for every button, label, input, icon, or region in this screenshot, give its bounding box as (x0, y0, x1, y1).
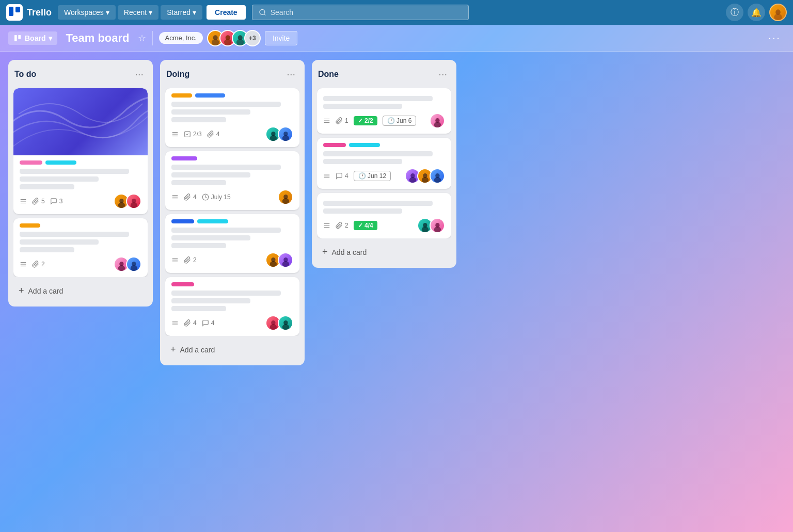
svg-point-47 (269, 261, 276, 267)
workspace-chip[interactable]: Acme, Inc. (159, 32, 203, 44)
card-member[interactable] (278, 126, 293, 142)
card[interactable]: 4🕐 Jun 12 (317, 138, 451, 189)
card-text-line (171, 228, 281, 233)
card-member[interactable] (278, 189, 293, 205)
card-footer: 2 (171, 252, 293, 268)
badge-outline: 🕐 Jun 6 (383, 116, 417, 126)
board-header: Board ▾ Team board ☆ Acme, Inc. +3 Invit… (0, 25, 793, 52)
info-button[interactable]: ⓘ (726, 4, 743, 21)
card-labels (20, 223, 141, 228)
board-title: Team board (61, 31, 133, 45)
badge-green: ✓ 4/4 (354, 221, 377, 230)
add-card-button[interactable]: + Add a card (165, 340, 299, 359)
column-doing: Doing ··· 2/344July 15244 + Add a card (160, 60, 305, 365)
card-meta-item: 4 (184, 194, 197, 201)
card[interactable]: 2/34 (165, 88, 299, 147)
svg-rect-8 (18, 35, 21, 39)
svg-point-6 (774, 14, 782, 20)
add-card-button[interactable]: + Add a card (13, 281, 148, 300)
card[interactable]: 2 (165, 214, 299, 273)
svg-point-19 (118, 202, 124, 208)
card-label (171, 93, 192, 98)
card-meta-description (323, 117, 330, 124)
card-meta-description (323, 172, 330, 180)
search-bar[interactable] (252, 5, 469, 20)
member-avatars: +3 (207, 30, 261, 46)
card-text-line (20, 239, 99, 245)
card-meta-description (171, 319, 179, 327)
card-meta-item: 4 (184, 319, 197, 327)
card-text-line (171, 291, 281, 296)
card-body: 4🕐 Jun 12 (317, 138, 451, 189)
card-meta-item: 4 (202, 319, 215, 327)
workspaces-menu[interactable]: Workspaces ▾ (58, 5, 116, 20)
card[interactable]: 53 (13, 88, 148, 214)
add-icon: + (19, 285, 24, 296)
svg-rect-1 (9, 7, 13, 16)
card[interactable]: 44 (165, 277, 299, 336)
column-title: Doing (166, 70, 189, 79)
card-member[interactable] (430, 168, 445, 184)
card-footer: 2✓ 4/4 (323, 218, 445, 233)
add-card-button[interactable]: + Add a card (317, 243, 451, 262)
card-text-line (323, 201, 433, 206)
card-meta-item: 2 (336, 222, 348, 229)
board-view-button[interactable]: Board ▾ (8, 31, 57, 45)
top-navigation: Trello Workspaces ▾ Recent ▾ Starred ▾ C… (0, 0, 793, 25)
column-header: Done ··· (317, 66, 451, 84)
card[interactable]: 2 (13, 218, 148, 277)
card[interactable]: 4July 15 (165, 151, 299, 210)
card-meta-description (20, 198, 27, 205)
recent-menu[interactable]: Recent ▾ (118, 5, 158, 20)
column-menu-button[interactable]: ··· (435, 67, 450, 81)
card-meta-item: 4 (207, 131, 220, 138)
card-meta-description (171, 131, 179, 138)
svg-point-36 (282, 135, 289, 141)
card-label (171, 219, 194, 223)
star-button[interactable]: ☆ (138, 33, 146, 44)
trello-logo[interactable]: Trello (6, 4, 52, 21)
card-member[interactable] (430, 113, 445, 128)
brand-name: Trello (27, 7, 52, 18)
starred-menu[interactable]: Starred ▾ (161, 5, 202, 20)
card[interactable]: 2✓ 4/4 (317, 193, 451, 238)
column-header: Doing ··· (165, 66, 299, 84)
column-menu-button[interactable]: ··· (132, 67, 147, 81)
cards-list: 1✓ 2/2🕐 Jun 64🕐 Jun 122✓ 4/4 (317, 88, 451, 238)
column-title: To do (14, 70, 36, 79)
card-member[interactable] (430, 218, 445, 233)
card-text-line (20, 232, 129, 237)
card-labels (171, 93, 293, 98)
card-labels (171, 219, 293, 223)
search-input[interactable] (271, 8, 462, 17)
card[interactable]: 1✓ 2/2🕐 Jun 6 (317, 88, 451, 134)
more-members-badge[interactable]: +3 (244, 30, 261, 46)
card-label (20, 223, 40, 228)
card-body: 1✓ 2/2🕐 Jun 6 (317, 88, 451, 134)
card-text-line (20, 169, 129, 174)
card-text-line (323, 96, 433, 101)
search-icon (259, 8, 266, 17)
topnav-right: ⓘ 🔔 (726, 4, 787, 21)
card-labels (171, 282, 293, 286)
user-avatar[interactable] (769, 4, 787, 21)
column-todo: To do ··· 532 + Add a card (8, 60, 153, 307)
card-footer: 4🕐 Jun 12 (323, 168, 445, 184)
card-text-line (171, 243, 226, 248)
card-text-line (171, 180, 226, 185)
card-member[interactable] (278, 315, 293, 331)
card-member[interactable] (126, 256, 141, 272)
card-label (45, 160, 76, 165)
invite-button[interactable]: Invite (265, 31, 297, 45)
card-member[interactable] (278, 252, 293, 268)
card-members (430, 113, 445, 128)
card-member[interactable] (126, 194, 141, 209)
svg-point-28 (130, 265, 137, 271)
create-button[interactable]: Create (207, 5, 246, 20)
board-more-button[interactable]: ··· (764, 29, 785, 47)
column-menu-button[interactable]: ··· (283, 67, 298, 81)
card-body: 2✓ 4/4 (317, 193, 451, 238)
card-body: 2/34 (165, 88, 299, 147)
svg-point-42 (282, 198, 289, 204)
notifications-button[interactable]: 🔔 (748, 4, 765, 21)
